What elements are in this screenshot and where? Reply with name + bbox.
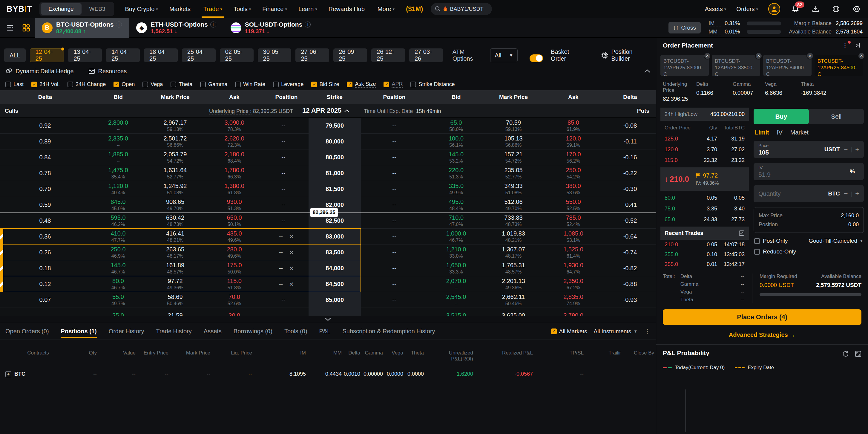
- call-ask-cell[interactable]: 115.051.8%: [204, 276, 265, 292]
- decrement-button[interactable]: −: [844, 190, 848, 198]
- metric-checkbox[interactable]: Open: [114, 81, 135, 88]
- chain-row[interactable]: 25.0 21.59 30.0 3,515.0 3,625.00 3,790.0: [0, 308, 656, 316]
- mode-tab[interactable]: Exchange: [41, 3, 82, 15]
- expiry-date-tab[interactable]: 26-09-25: [333, 49, 367, 62]
- chain-row[interactable]: 0.92 2,800.0-- 2,967.1759.13% 3,090.078.…: [0, 118, 656, 134]
- put-bid-cell[interactable]: 1,650.033.3%: [428, 260, 485, 276]
- put-ask-cell[interactable]: 120.059.1%: [542, 134, 604, 149]
- promo-banner[interactable]: ($1M): [406, 5, 423, 13]
- put-bid-cell[interactable]: 1,000.046.7%: [428, 229, 485, 244]
- quantity-field[interactable]: Quantity BTC −|+: [753, 185, 864, 202]
- metric-checkbox[interactable]: Theta: [170, 81, 192, 88]
- close-icon[interactable]: ✕: [755, 52, 762, 59]
- call-bid-cell[interactable]: 2,335.0--: [90, 134, 146, 149]
- call-ask-cell[interactable]: 70.052.6%: [204, 292, 265, 308]
- put-ask-cell[interactable]: 1,085.053.1%: [542, 229, 604, 244]
- panel-menu-icon[interactable]: ⋮: [842, 41, 848, 49]
- metric-checkbox[interactable]: Vega: [143, 81, 163, 88]
- assets-menu[interactable]: Assets▾: [705, 0, 726, 18]
- metric-checkbox[interactable]: Ask Size: [347, 81, 376, 88]
- put-bid-cell[interactable]: 100.056.1%: [428, 134, 485, 149]
- more-options-icon[interactable]: ⋮: [644, 327, 651, 335]
- put-ask-cell[interactable]: 250.054.2%: [542, 165, 604, 181]
- chain-row[interactable]: 0.12 80.046.7% 97.7249.36% 115.051.8% --…: [0, 276, 656, 292]
- strike-cell[interactable]: 80,500: [309, 149, 361, 165]
- instrument-tab[interactable]: B BTC-USDT-OptionsT 82,400.08 ↑: [35, 18, 129, 38]
- positions-tab[interactable]: Positions (1): [61, 323, 97, 340]
- expiry-date-tab[interactable]: 25-04-25: [182, 49, 216, 62]
- put-bid-cell[interactable]: 145.053.2%: [428, 149, 485, 165]
- menu-item[interactable]: Finance▾: [262, 0, 287, 18]
- expiry-date-tab[interactable]: 02-05-25: [220, 49, 254, 62]
- strike-cell[interactable]: [309, 308, 361, 316]
- put-bid-cell[interactable]: 220.051.3%: [428, 165, 485, 181]
- positions-tab[interactable]: Assets: [204, 323, 222, 340]
- call-bid-cell[interactable]: 250.046.9%: [90, 244, 146, 260]
- chain-row[interactable]: 0.70 1,120.040.4% 1,245.9251.08% 1,380.0…: [0, 181, 656, 197]
- metric-checkbox[interactable]: Gamma: [200, 81, 227, 88]
- put-bid-cell[interactable]: 1,210.033.0%: [428, 244, 485, 260]
- put-bid-cell[interactable]: 335.049.9%: [428, 181, 485, 197]
- ask-row[interactable]: 115.0 23.32 23.32: [660, 155, 749, 166]
- metric-checkbox[interactable]: Last: [5, 81, 24, 88]
- contract-tab[interactable]: BTCUSDT-12APR25-83500-C ✕: [712, 55, 760, 76]
- user-avatar[interactable]: [768, 3, 780, 15]
- place-orders-button[interactable]: Place Orders (4): [663, 309, 861, 325]
- close-icon[interactable]: ✕: [806, 52, 814, 59]
- contract-tab[interactable]: BTCUSDT-12APR25-83000-C ✕: [660, 55, 709, 76]
- atm-options-select[interactable]: All▼: [490, 49, 518, 62]
- ask-row[interactable]: 125.0 4.17 31.19: [660, 133, 749, 144]
- strike-cell[interactable]: 79,500: [309, 118, 361, 134]
- call-ask-cell[interactable]: 435.049.6%: [204, 229, 265, 244]
- put-ask-cell[interactable]: 1,525.061.4%: [542, 244, 604, 260]
- call-bid-cell[interactable]: 1,885.0--: [90, 149, 146, 165]
- put-ask-cell[interactable]: 380.053.6%: [542, 181, 604, 197]
- basket-order-toggle[interactable]: [530, 54, 543, 62]
- call-ask-cell[interactable]: 930.051.3%: [204, 197, 265, 213]
- instrument-tab[interactable]: ◆ ETH-USDT-OptionsT 1,562.51 ↓: [129, 18, 223, 38]
- call-bid-cell[interactable]: 25.0: [90, 308, 146, 316]
- put-bid-cell[interactable]: 710.047.0%: [428, 213, 485, 229]
- order-type-tab[interactable]: Limit: [755, 129, 769, 136]
- put-ask-cell[interactable]: 785.052.4%: [542, 213, 604, 229]
- mark-price-value[interactable]: 97.72: [696, 172, 719, 179]
- call-bid-cell[interactable]: 1,120.040.4%: [90, 181, 146, 197]
- positions-tab[interactable]: Open Orders (0): [5, 323, 49, 340]
- metric-checkbox[interactable]: Win Rate: [235, 81, 265, 88]
- menu-item[interactable]: Trade▾: [204, 0, 222, 18]
- bid-row[interactable]: 80.0 0.05 0.05: [660, 193, 749, 203]
- all-instruments-select[interactable]: All Instruments▼: [593, 328, 638, 335]
- call-ask-cell[interactable]: 30.0: [204, 308, 265, 316]
- put-ask-cell[interactable]: 2,350.067.2%: [542, 276, 604, 292]
- strike-cell[interactable]: 83,000: [309, 229, 361, 244]
- ask-row[interactable]: 120.0 3.70 27.02: [660, 144, 749, 155]
- put-ask-cell[interactable]: 170.056.2%: [542, 149, 604, 165]
- call-bid-cell[interactable]: 845.045.0%: [90, 197, 146, 213]
- search-input[interactable]: BABY1/USDT: [431, 3, 492, 15]
- advanced-strategies-link[interactable]: Advanced Strategies →: [656, 331, 868, 338]
- put-ask-cell[interactable]: 2,835.074.9%: [542, 292, 604, 308]
- call-ask-cell[interactable]: 3,090.078.3%: [204, 118, 265, 134]
- increment-button[interactable]: +: [855, 190, 859, 198]
- metric-checkbox[interactable]: Strike Distance: [410, 81, 455, 88]
- call-ask-cell[interactable]: 2,620.072.3%: [204, 134, 265, 149]
- expiry-date-tab[interactable]: 13-04-25: [68, 49, 102, 62]
- expiry-date-tab[interactable]: 12-04-25: [30, 49, 64, 62]
- metric-checkbox[interactable]: APR: [383, 81, 403, 88]
- collapse-panel-icon[interactable]: [855, 42, 861, 49]
- buy-button[interactable]: Buy: [753, 109, 809, 124]
- remove-selection-icon[interactable]: ✕: [289, 249, 294, 256]
- reduce-only-checkbox[interactable]: [754, 249, 760, 255]
- orders-menu[interactable]: Orders▾: [736, 0, 758, 18]
- positions-tab[interactable]: Borrowings (0): [234, 323, 272, 340]
- menu-item[interactable]: Learn▾: [299, 0, 317, 18]
- chain-row[interactable]: 0.84 1,885.0-- 2,053.7954.72% 2,180.068.…: [0, 149, 656, 165]
- expiry-date-tab[interactable]: 27-06-25: [296, 49, 329, 62]
- remove-selection-icon[interactable]: ✕: [289, 233, 294, 240]
- expand-row-icon[interactable]: +: [5, 371, 11, 377]
- put-bid-cell[interactable]: 2,545.0--: [428, 292, 485, 308]
- expiry-date-tab[interactable]: ALL: [4, 49, 26, 62]
- post-only-checkbox[interactable]: [754, 238, 760, 244]
- order-type-tab[interactable]: IV: [777, 129, 782, 136]
- menu-item[interactable]: More▾: [377, 0, 395, 18]
